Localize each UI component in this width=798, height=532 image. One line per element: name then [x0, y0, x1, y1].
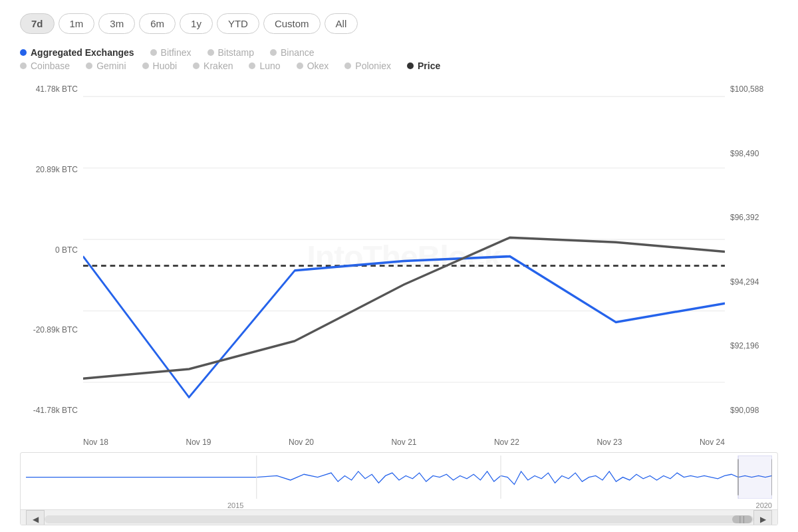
y-axis-left-label: 20.89k BTC: [20, 165, 78, 174]
legend-dot-coinbase: [20, 63, 27, 69]
x-axis-label: Nov 24: [700, 438, 725, 447]
time-filter-all[interactable]: All: [325, 13, 358, 34]
legend-dot-huobi: [142, 63, 149, 69]
time-filter-1m[interactable]: 1m: [59, 13, 95, 34]
time-filter-6m[interactable]: 6m: [139, 13, 176, 34]
time-filter-3m[interactable]: 3m: [98, 13, 135, 34]
scroll-left-button[interactable]: ◀: [26, 510, 45, 525]
legend-dot-kraken: [193, 63, 200, 69]
legend-item-kraken[interactable]: Kraken: [193, 61, 233, 71]
y-axis-right-label: $100,588: [730, 84, 778, 94]
y-axis-right-label: $98,490: [730, 149, 778, 158]
legend-item-bitstamp[interactable]: Bitstamp: [207, 47, 254, 58]
legend-label-binance: Binance: [281, 47, 315, 58]
legend-dot-binance: [270, 49, 277, 56]
mini-scrollbar: ◀ ││ ▶: [21, 509, 777, 525]
main-chart: IntoTheBlock: [83, 78, 725, 435]
time-filter-7d[interactable]: 7d: [20, 13, 55, 34]
legend-label-okex: Okex: [307, 61, 329, 71]
y-axis-left-label: -20.89k BTC: [20, 325, 78, 334]
x-axis-label: Nov 21: [391, 438, 416, 447]
legend-dot-okex: [297, 63, 303, 69]
main-chart-wrapper: 41.78k BTC20.89k BTC0 BTC-20.89k BTC-41.…: [20, 78, 778, 435]
legend-label-price: Price: [418, 61, 440, 71]
y-axis-left-label: 41.78k BTC: [20, 84, 78, 94]
legend-label-coinbase: Coinbase: [31, 61, 70, 71]
legend-label-gemini: Gemini: [96, 61, 126, 71]
legend-label-kraken: Kraken: [203, 61, 233, 71]
mini-x-labels: 20152020: [21, 501, 777, 509]
scroll-right-button[interactable]: ▶: [753, 510, 772, 525]
legend-row-2: CoinbaseGeminiHuobiKrakenLunoOkexPolonie…: [20, 61, 778, 71]
legend-dot-bitfinex: [150, 49, 157, 56]
legend-dot-poloniex: [344, 63, 351, 69]
scroll-thumb[interactable]: ││: [732, 515, 752, 523]
y-axis-right-label: $90,098: [730, 406, 778, 415]
time-filter-bar: 7d1m3m6m1yYTDCustomAll: [20, 13, 778, 34]
legend-item-aggregated[interactable]: Aggregated Exchanges: [20, 47, 134, 58]
scroll-track[interactable]: ││: [45, 515, 753, 523]
legend-label-huobi: Huobi: [153, 61, 178, 71]
y-axis-right: $100,588$98,490$96,392$94,294$92,196$90,…: [725, 78, 778, 435]
legend-item-huobi[interactable]: Huobi: [142, 61, 178, 71]
y-axis-left: 41.78k BTC20.89k BTC0 BTC-20.89k BTC-41.…: [20, 78, 83, 435]
legend-item-binance[interactable]: Binance: [270, 47, 315, 58]
mini-chart-wrapper: 20152020 ◀ ││ ▶: [20, 452, 778, 525]
legend-item-luno[interactable]: Luno: [249, 61, 280, 71]
legend-dot-luno: [249, 63, 255, 69]
legend-row-1: Aggregated ExchangesBitfinexBitstampBina…: [20, 47, 778, 58]
legend-dot-price: [407, 63, 414, 69]
app-container: 7d1m3m6m1yYTDCustomAll Aggregated Exchan…: [0, 0, 798, 532]
x-axis-label: Nov 22: [494, 438, 519, 447]
legend-label-bitstamp: Bitstamp: [218, 47, 254, 58]
legend-item-poloniex[interactable]: Poloniex: [344, 61, 391, 71]
mini-label-2015: 2015: [227, 501, 243, 509]
legend-item-okex[interactable]: Okex: [297, 61, 329, 71]
x-axis-label: Nov 23: [597, 438, 622, 447]
chart-legend: Aggregated ExchangesBitfinexBitstampBina…: [20, 47, 778, 71]
mini-chart: [21, 453, 777, 501]
mini-label-2020: 2020: [756, 501, 772, 509]
legend-item-price[interactable]: Price: [407, 61, 440, 71]
x-axis-label: Nov 19: [186, 438, 211, 447]
x-axis: Nov 18Nov 19Nov 20Nov 21Nov 22Nov 23Nov …: [83, 435, 725, 447]
legend-item-gemini[interactable]: Gemini: [86, 61, 126, 71]
legend-dot-bitstamp: [207, 49, 214, 56]
y-axis-right-label: $94,294: [730, 277, 778, 287]
legend-dot-aggregated: [20, 49, 27, 56]
legend-label-luno: Luno: [259, 61, 280, 71]
legend-label-poloniex: Poloniex: [355, 61, 391, 71]
chart-area: 41.78k BTC20.89k BTC0 BTC-20.89k BTC-41.…: [20, 78, 778, 525]
y-axis-right-label: $96,392: [730, 213, 778, 222]
legend-item-bitfinex[interactable]: Bitfinex: [150, 47, 192, 58]
legend-label-bitfinex: Bitfinex: [161, 47, 192, 58]
y-axis-left-label: -41.78k BTC: [20, 406, 78, 415]
x-axis-label: Nov 18: [83, 438, 108, 447]
legend-item-coinbase[interactable]: Coinbase: [20, 61, 70, 71]
legend-label-aggregated: Aggregated Exchanges: [31, 47, 134, 58]
legend-dot-gemini: [86, 63, 92, 69]
y-axis-left-label: 0 BTC: [20, 245, 78, 255]
y-axis-right-label: $92,196: [730, 341, 778, 350]
svg-rect-6: [738, 456, 772, 499]
time-filter-custom[interactable]: Custom: [263, 13, 321, 34]
x-axis-label: Nov 20: [289, 438, 314, 447]
time-filter-ytd[interactable]: YTD: [217, 13, 259, 34]
time-filter-1y[interactable]: 1y: [180, 13, 213, 34]
